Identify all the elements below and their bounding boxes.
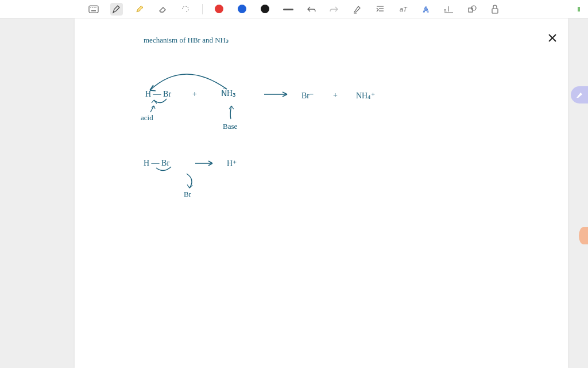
- highlighter-icon[interactable]: [133, 3, 146, 16]
- svg-text:I: I: [447, 5, 449, 13]
- undo-icon[interactable]: [305, 3, 318, 16]
- svg-rect-5: [91, 10, 96, 12]
- note-hbr-1: H — Br: [145, 90, 171, 99]
- svg-point-4: [95, 7, 96, 8]
- color-black[interactable]: [259, 3, 272, 16]
- note-acid-label: acid: [141, 113, 153, 122]
- font-a-icon[interactable]: A: [420, 3, 432, 16]
- note-plus-1a: +: [192, 90, 197, 99]
- pen-icon[interactable]: [110, 3, 123, 16]
- shapes-icon[interactable]: [466, 3, 478, 16]
- svg-text:A: A: [423, 5, 429, 14]
- side-widget-secondary[interactable]: [579, 227, 588, 244]
- text-size-icon[interactable]: aI: [443, 3, 455, 16]
- svg-rect-6: [283, 9, 293, 10]
- note-nh4plus: NH₄⁺: [356, 91, 375, 101]
- svg-text:aT: aT: [400, 6, 408, 13]
- indent-icon[interactable]: [374, 3, 386, 16]
- svg-rect-0: [89, 6, 98, 13]
- drawn-strokes: [75, 18, 568, 363]
- color-red[interactable]: [213, 3, 226, 16]
- svg-rect-16: [469, 8, 473, 12]
- toolbar: aT A aI: [0, 0, 588, 18]
- svg-point-1: [90, 7, 91, 8]
- note-hbr-2: H — Br: [144, 159, 169, 168]
- note-base-label: Base: [223, 122, 237, 131]
- svg-point-2: [92, 7, 93, 8]
- keyboard-icon[interactable]: [87, 3, 100, 16]
- close-button[interactable]: [544, 30, 560, 46]
- redo-icon[interactable]: [328, 3, 341, 16]
- text-style-icon[interactable]: aT: [397, 3, 409, 16]
- svg-point-3: [94, 7, 95, 8]
- lock-icon[interactable]: [489, 3, 501, 16]
- side-widget-assistant[interactable]: [571, 86, 588, 103]
- note-nh3: N̈H₃: [221, 89, 236, 98]
- stroke-width-icon[interactable]: [282, 3, 295, 16]
- note-br-2: Br: [184, 190, 191, 199]
- lasso-icon[interactable]: [179, 3, 192, 16]
- toolbar-separator: [202, 4, 203, 14]
- note-brminus: Br⁻: [301, 91, 314, 101]
- status-indicator: [578, 7, 580, 12]
- color-blue[interactable]: [236, 3, 249, 16]
- eraser-icon[interactable]: [156, 3, 169, 16]
- drawing-canvas[interactable]: mechanism of HBr and NH₃ H — Br + N̈H₃ B…: [75, 18, 568, 368]
- svg-text:a: a: [444, 7, 447, 13]
- note-title: mechanism of HBr and NH₃: [144, 36, 229, 45]
- pen-settings-icon[interactable]: [351, 3, 363, 16]
- note-plus-1b: +: [333, 91, 338, 100]
- note-hplus: H⁺: [227, 159, 237, 168]
- svg-rect-18: [492, 9, 498, 13]
